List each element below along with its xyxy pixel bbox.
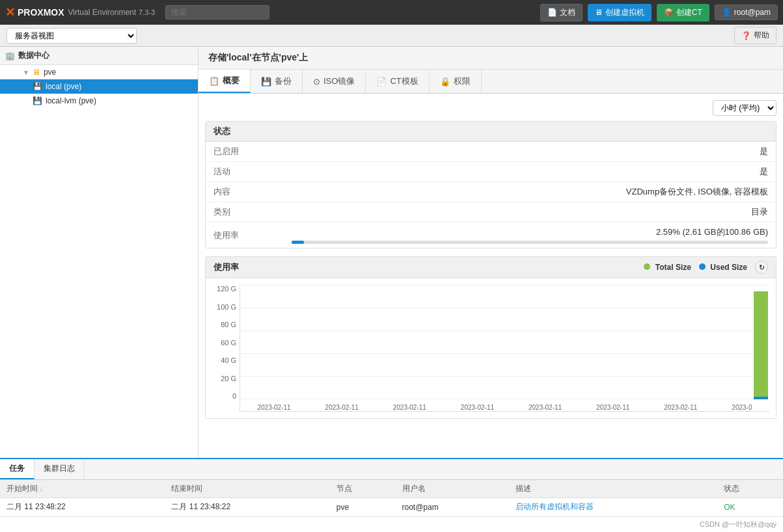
logo-proxmox: PROXMOX — [18, 7, 64, 18]
task-status: OK — [717, 498, 783, 516]
bottom-tab-tasks[interactable]: 任务 — [0, 459, 34, 479]
x-labels: 2023-02-11 2023-02-11 2023-02-11 2023-02… — [240, 404, 769, 411]
content-title: 存储'local'在节点'pve'上 — [208, 52, 308, 62]
status-label-usage: 使用率 — [206, 222, 284, 248]
status-label-active: 活动 — [206, 162, 284, 182]
content-area: 存储'local'在节点'pve'上 📋 概要 💾 备份 ⊙ ISO镜像 📄 C… — [199, 47, 783, 458]
sidebar-item-local[interactable]: 💾 local (pve) — [0, 79, 198, 94]
status-value-content: VZDump备份文件, ISO镜像, 容器模板 — [284, 182, 776, 202]
task-node: pve — [330, 498, 396, 516]
bottom-panel: 任务 集群日志 开始时间 ↓ 结束时间 节点 用户名 描述 状态 二月 11 2… — [0, 458, 783, 516]
task-desc-link[interactable]: 启动所有虚拟机和容器 — [515, 502, 594, 511]
user-label: root@pam — [734, 8, 771, 17]
table-row: 类别 目录 — [206, 202, 776, 222]
x-label: 2023-0 — [732, 404, 752, 411]
total-dot — [644, 263, 650, 270]
col-user: 用户名 — [396, 480, 509, 498]
grid-lines — [240, 285, 769, 399]
grid-line — [240, 353, 769, 354]
sort-icon: ↓ — [40, 485, 43, 492]
iso-icon: ⊙ — [313, 77, 320, 86]
permissions-label: 权限 — [454, 75, 471, 87]
status-section: 状态 已启用 是 活动 是 内容 VZDump备份文件, IS — [205, 121, 776, 248]
tab-iso[interactable]: ⊙ ISO镜像 — [303, 70, 366, 93]
sidebar: 🏢 数据中心 ▼ 🖥 pve 💾 local (pve) 💾 local-lvm… — [0, 47, 199, 458]
view-select[interactable]: 服务器视图 — [7, 28, 137, 44]
bottom-tab-cluster[interactable]: 集群日志 — [34, 459, 85, 479]
pve-server-icon: 🖥 — [33, 68, 40, 77]
chart-refresh-button[interactable]: ↻ — [755, 261, 768, 274]
x-label: 2023-02-11 — [664, 404, 697, 411]
datacenter-header: 🏢 数据中心 — [0, 47, 198, 65]
y-axis: 120 G 100 G 80 G 60 G 40 G 20 G 0 — [212, 285, 240, 412]
status-value-active: 是 — [284, 162, 776, 182]
grid-line — [240, 285, 769, 286]
local-label: local (pve) — [46, 82, 81, 91]
topbar: ✕ PROXMOX Virtual Environment 7.3-3 📄 文档… — [0, 0, 783, 25]
tab-ct[interactable]: 📄 CT模板 — [366, 70, 429, 93]
tasks-header-row: 开始时间 ↓ 结束时间 节点 用户名 描述 状态 — [0, 480, 783, 498]
sidebar-item-local-lvm[interactable]: 💾 local-lvm (pve) — [0, 94, 198, 108]
logo-ve: Virtual Environment — [68, 8, 137, 17]
table-row: 活动 是 — [206, 162, 776, 182]
used-dot — [699, 263, 706, 270]
content-header: 存储'local'在节点'pve'上 — [199, 47, 783, 70]
status-label-content: 内容 — [206, 182, 284, 202]
create-vm-label: 创建虚拟机 — [605, 7, 644, 18]
col-start[interactable]: 开始时间 ↓ — [0, 480, 165, 498]
help-button[interactable]: ❓ 帮助 — [734, 27, 776, 44]
user-button[interactable]: 👤 root@pam — [715, 5, 778, 20]
y-label-80: 80 G — [212, 321, 240, 328]
usage-bar — [292, 241, 768, 244]
datacenter-icon: 🏢 — [5, 51, 15, 60]
tasks-label: 任务 — [9, 464, 25, 473]
ct-label: CT模板 — [390, 75, 418, 87]
y-label-60: 60 G — [212, 339, 240, 347]
create-vm-button[interactable]: 🖥 创建虚拟机 — [588, 4, 652, 21]
pve-label: pve — [44, 68, 56, 77]
chart-legend: Total Size Used Size ↻ — [644, 261, 768, 274]
col-desc: 描述 — [509, 480, 717, 498]
status-title: 状态 — [206, 122, 776, 142]
chart-title: 使用率 — [213, 261, 239, 273]
used-label: Used Size — [710, 263, 747, 272]
help-icon: ❓ — [741, 31, 751, 40]
task-end: 二月 11 23:48:22 — [165, 498, 329, 516]
time-select[interactable]: 小时 (平均) 天 (平均) 周 (平均) 月 (平均) 年 (平均) — [713, 100, 776, 116]
tab-backup[interactable]: 💾 备份 — [251, 70, 303, 93]
bar-used — [754, 397, 768, 399]
table-row: 已启用 是 — [206, 142, 776, 162]
collapse-icon: ▼ — [23, 69, 29, 76]
storage-icon: 💾 — [33, 82, 42, 91]
doc-icon: 📄 — [547, 8, 557, 17]
usage-bar-fill — [292, 241, 304, 244]
x-label: 2023-02-11 — [529, 404, 562, 411]
user-icon: 👤 — [722, 8, 732, 17]
create-ct-button[interactable]: 📦 创建CT — [657, 4, 709, 21]
main-layout: 🏢 数据中心 ▼ 🖥 pve 💾 local (pve) 💾 local-lvm… — [0, 47, 783, 458]
watermark-text: CSDN @一叶知秋@qqy — [700, 520, 776, 528]
chart-body: 120 G 100 G 80 G 60 G 40 G 20 G 0 — [206, 278, 776, 418]
task-desc[interactable]: 启动所有虚拟机和容器 — [509, 498, 717, 516]
doc-button[interactable]: 📄 文档 — [540, 4, 583, 21]
search-input[interactable] — [165, 5, 269, 20]
logo: ✕ PROXMOX Virtual Environment 7.3-3 — [5, 5, 155, 20]
grid-line — [240, 376, 769, 377]
tasks-table: 开始时间 ↓ 结束时间 节点 用户名 描述 状态 二月 11 23:48:22 … — [0, 480, 783, 516]
backup-icon: 💾 — [261, 77, 271, 86]
create-vm-icon: 🖥 — [595, 8, 603, 17]
summary-icon: 📋 — [209, 76, 219, 86]
status-label-enabled: 已启用 — [206, 142, 284, 162]
x-label: 2023-02-11 — [461, 404, 494, 411]
tab-permissions[interactable]: 🔒 权限 — [430, 70, 482, 93]
tab-summary[interactable]: 📋 概要 — [199, 70, 251, 93]
ct-icon: 📄 — [376, 77, 387, 86]
summary-label: 概要 — [223, 75, 240, 86]
y-label-100: 100 G — [212, 303, 240, 311]
create-ct-label: 创建CT — [676, 7, 702, 18]
col-status: 状态 — [717, 480, 783, 498]
chart-bar — [754, 291, 768, 399]
y-label-0: 0 — [212, 392, 240, 400]
col-node: 节点 — [330, 480, 396, 498]
sidebar-item-pve[interactable]: ▼ 🖥 pve — [0, 65, 198, 79]
